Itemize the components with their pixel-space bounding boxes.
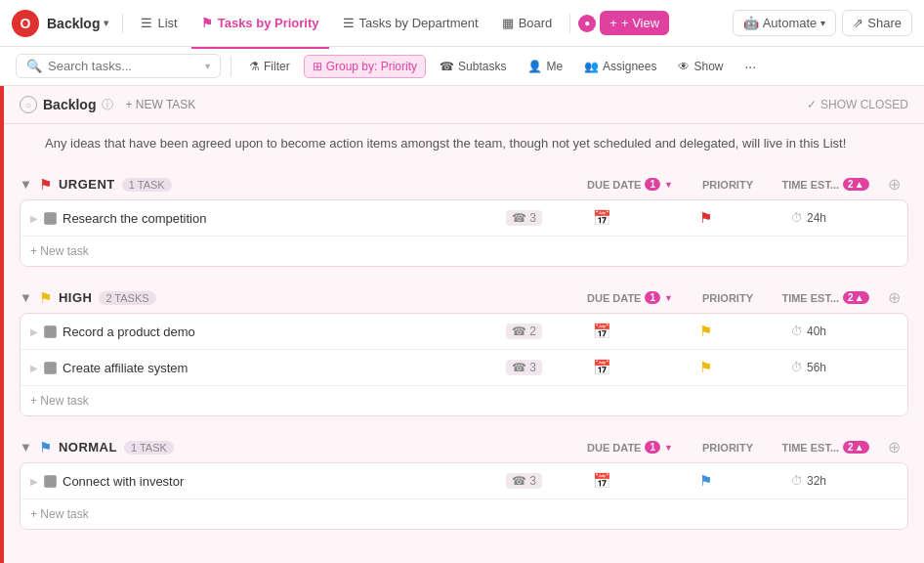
- task-expand-icon[interactable]: ▶: [30, 326, 38, 337]
- task-checkbox[interactable]: [44, 362, 57, 374]
- plus-icon: +: [609, 16, 617, 30]
- task-time-cell: ⏱ 40h: [755, 325, 862, 338]
- search-icon: 🔍: [26, 59, 42, 73]
- task-due-cell[interactable]: 📅: [548, 209, 655, 227]
- group-by-button[interactable]: ⊞ Group by: Priority: [304, 55, 426, 78]
- show-closed-button[interactable]: ✓ SHOW CLOSED: [807, 98, 908, 111]
- normal-toggle-icon[interactable]: ▼: [20, 440, 32, 455]
- subtask-icon: ☎: [512, 211, 526, 225]
- normal-header: ▼ ⚑ NORMAL 1 TASK DUE DATE 1 ▼ PRIORITY …: [20, 430, 908, 462]
- normal-time-badge: 2▲: [843, 441, 868, 454]
- task-time-cell: ⏱ 24h: [755, 211, 862, 225]
- subtasks-button[interactable]: ☎ Subtasks: [432, 56, 514, 77]
- backlog-section-name: Backlog: [43, 97, 96, 112]
- task-priority-cell[interactable]: ⚑: [661, 323, 749, 340]
- task-priority-cell[interactable]: ⚑: [661, 472, 749, 490]
- info-icon[interactable]: ⓘ: [102, 97, 113, 113]
- automate-button[interactable]: 🤖 Automate ▾: [733, 10, 837, 36]
- backlog-title[interactable]: Backlog ▾: [47, 16, 108, 31]
- priority-tab-icon: ⚑: [201, 16, 213, 30]
- urgent-add-col[interactable]: ⊕: [879, 175, 908, 194]
- tab-board[interactable]: ▦ Board: [492, 10, 563, 36]
- eye-icon: 👁: [678, 60, 690, 73]
- task-checkbox[interactable]: [44, 475, 57, 488]
- high-add-col[interactable]: ⊕: [879, 288, 908, 307]
- tab-list[interactable]: ☰ List: [131, 10, 187, 36]
- task-subtask-badge[interactable]: ☎ 2: [506, 324, 542, 339]
- new-task-row[interactable]: + New task: [21, 237, 907, 266]
- assignees-icon: 👥: [584, 60, 599, 73]
- task-name[interactable]: Connect with investor: [63, 474, 500, 489]
- search-input[interactable]: [48, 59, 185, 73]
- high-due-badge: 1: [645, 291, 660, 304]
- urgent-time-badge: 2▲: [843, 178, 868, 191]
- list-icon: ☰: [141, 16, 152, 30]
- high-priority-header: PRIORITY: [684, 292, 772, 304]
- filter-button[interactable]: ⚗ Filter: [241, 56, 298, 77]
- backlog-circle-toggle[interactable]: ○: [20, 96, 37, 113]
- normal-task-list: ▶ Connect with investor ☎ 3 📅 ⚑ ⏱: [20, 462, 908, 530]
- high-header: ▼ ⚑ HIGH 2 TASKS DUE DATE 1 ▼ PRIORITY T…: [20, 281, 908, 313]
- table-row: ▶ Record a product demo ☎ 2 📅 ⚑ ⏱: [21, 314, 907, 350]
- board-tab-icon: ▦: [502, 16, 514, 30]
- calendar-icon: 📅: [593, 209, 611, 227]
- high-label: HIGH: [59, 290, 93, 305]
- more-button[interactable]: ···: [736, 55, 764, 78]
- checkmark-icon: ✓: [807, 98, 817, 111]
- normal-add-col[interactable]: ⊕: [879, 438, 908, 456]
- search-box[interactable]: 🔍 ▾: [16, 54, 221, 78]
- subtask-icon: ☎: [512, 474, 526, 488]
- priority-flag-yellow-icon: ⚑: [699, 323, 712, 340]
- task-due-cell[interactable]: 📅: [548, 472, 655, 490]
- assignees-button[interactable]: 👥 Assignees: [576, 56, 664, 77]
- task-name[interactable]: Record a product demo: [63, 325, 500, 339]
- tab-tasks-priority[interactable]: ⚑ Tasks by Priority: [191, 10, 329, 36]
- task-expand-icon[interactable]: ▶: [30, 213, 38, 224]
- plus-view-button[interactable]: + + View: [600, 11, 669, 35]
- task-checkbox[interactable]: [44, 325, 57, 338]
- task-subtask-badge[interactable]: ☎ 3: [506, 473, 542, 489]
- task-name[interactable]: Research the competition: [63, 211, 500, 226]
- subtask-icon: ☎: [512, 361, 526, 374]
- main-content: ○ Backlog ⓘ + NEW TASK ✓ SHOW CLOSED Any…: [0, 86, 924, 563]
- urgent-due-header: DUE DATE 1 ▼: [576, 178, 684, 191]
- task-name[interactable]: Create affiliate system: [63, 361, 500, 375]
- tab-tasks-dept[interactable]: ☰ Tasks by Department: [333, 10, 488, 36]
- new-task-row[interactable]: + New task: [21, 386, 907, 415]
- high-flag-icon: ⚑: [39, 289, 52, 307]
- subtasks-icon: ☎: [440, 60, 454, 73]
- normal-due-sort-icon: ▼: [664, 443, 673, 453]
- show-button[interactable]: 👁 Show: [670, 56, 731, 77]
- priority-section-high: ▼ ⚑ HIGH 2 TASKS DUE DATE 1 ▼ PRIORITY T…: [20, 281, 908, 416]
- normal-task-count: 1 TASK: [124, 441, 174, 455]
- high-toggle-icon[interactable]: ▼: [20, 290, 32, 305]
- normal-label: NORMAL: [59, 440, 117, 455]
- me-button[interactable]: 👤 Me: [520, 56, 570, 77]
- task-time-cell: ⏱ 32h: [755, 474, 862, 488]
- task-expand-icon[interactable]: ▶: [30, 476, 38, 487]
- task-priority-cell[interactable]: ⚑: [661, 209, 749, 227]
- calendar-icon: 📅: [593, 323, 611, 340]
- task-due-cell[interactable]: 📅: [548, 359, 655, 376]
- filter-icon: ⚗: [249, 60, 260, 73]
- share-button[interactable]: ⇗ Share: [842, 10, 912, 36]
- new-task-row[interactable]: + New task: [21, 499, 907, 529]
- new-task-header-button[interactable]: + NEW TASK: [119, 96, 201, 113]
- urgent-task-list: ▶ Research the competition ☎ 3 📅 ⚑ ⏱: [20, 199, 908, 267]
- task-subtask-badge[interactable]: ☎ 3: [506, 210, 542, 226]
- normal-time-header: TIME EST... 2▲: [772, 441, 879, 454]
- normal-due-header: DUE DATE 1 ▼: [576, 441, 684, 454]
- chevron-down-icon: ▾: [104, 18, 108, 28]
- high-due-header: DUE DATE 1 ▼: [576, 291, 684, 304]
- normal-flag-icon: ⚑: [39, 439, 52, 456]
- task-subtask-badge[interactable]: ☎ 3: [506, 360, 542, 375]
- priority-flag-yellow-icon: ⚑: [699, 359, 712, 376]
- task-checkbox[interactable]: [44, 212, 57, 225]
- urgent-toggle-icon[interactable]: ▼: [20, 177, 32, 192]
- group-icon: ⊞: [313, 60, 322, 73]
- task-priority-cell[interactable]: ⚑: [661, 359, 749, 376]
- calendar-icon: 📅: [593, 472, 611, 490]
- high-time-header: TIME EST... 2▲: [772, 291, 879, 304]
- task-expand-icon[interactable]: ▶: [30, 363, 38, 373]
- task-due-cell[interactable]: 📅: [548, 323, 655, 340]
